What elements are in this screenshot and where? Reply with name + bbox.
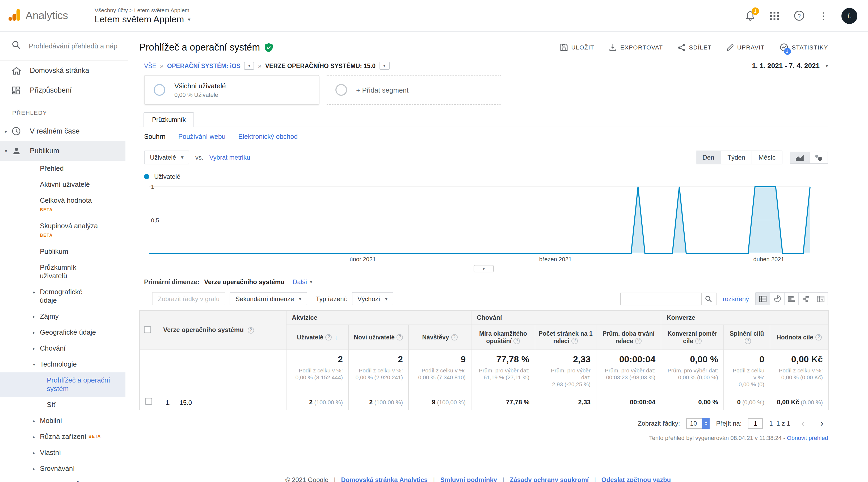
search-input[interactable] bbox=[29, 42, 122, 50]
dimension-column-header[interactable]: Verze operačního systému bbox=[140, 310, 286, 349]
filter-os-link[interactable]: OPERAČNÍ SYSTÉM: iOS bbox=[167, 62, 241, 69]
pivot-view-button[interactable] bbox=[813, 292, 828, 305]
metric-selector[interactable]: Uživatelé bbox=[144, 150, 189, 164]
edit-button[interactable]: UPRAVIT bbox=[726, 44, 765, 51]
column-header-users[interactable]: Uživatelé bbox=[286, 325, 348, 349]
table-view-button[interactable] bbox=[756, 292, 770, 305]
sidebar-item-overview[interactable]: Přehled bbox=[0, 161, 128, 177]
column-header-goal-completions[interactable]: Splnění cílů bbox=[724, 325, 770, 349]
sidebar-item-user-explorer[interactable]: Průzkumník uživatelů bbox=[0, 260, 128, 284]
row-rank: 1. bbox=[165, 399, 171, 406]
filter-all-link[interactable]: VŠE bbox=[144, 62, 156, 69]
column-header-goal-conv-rate[interactable]: Konverzní poměr cíle bbox=[661, 325, 724, 349]
sidebar-item-home[interactable]: Domovská stránka bbox=[0, 61, 128, 80]
granularity-month-button[interactable]: Měsíc bbox=[752, 151, 782, 164]
sidebar-item-customization[interactable]: Přizpůsobení bbox=[0, 80, 128, 100]
sidebar-item-technology[interactable]: Technologie bbox=[0, 357, 128, 372]
sidebar-item-mobile[interactable]: Mobilní bbox=[0, 413, 128, 429]
subtab-ecommerce[interactable]: Elektronický obchod bbox=[238, 133, 298, 140]
more-dimensions-label: Další bbox=[292, 278, 307, 286]
sidebar-item-active-users[interactable]: Aktivní uživatelé bbox=[0, 177, 128, 193]
sidebar-item-geo[interactable]: Geografické údaje bbox=[0, 324, 128, 340]
select-all-checkbox[interactable] bbox=[144, 326, 151, 333]
sidebar-item-label: Prohlížeč a operační systém bbox=[47, 376, 112, 393]
column-header-new-users[interactable]: Noví uživatelé bbox=[348, 325, 408, 349]
performance-view-button[interactable] bbox=[784, 292, 799, 305]
insights-button[interactable]: 1 STATISTIKY bbox=[779, 43, 828, 52]
advanced-search-link[interactable]: rozšířený bbox=[723, 295, 749, 303]
rows-per-page-selector[interactable]: 10 bbox=[686, 418, 710, 429]
column-header-bounce-rate[interactable]: Míra okamžitého opuštění bbox=[471, 325, 535, 349]
sidebar-item-realtime[interactable]: V reálném čase bbox=[0, 121, 128, 141]
share-button[interactable]: SDÍLET bbox=[678, 44, 711, 51]
account-selector[interactable]: Letem světem Applem bbox=[95, 14, 190, 25]
more-options-button[interactable] bbox=[817, 9, 830, 22]
subtab-summary[interactable]: Souhrn bbox=[144, 133, 165, 140]
sidebar-search[interactable] bbox=[0, 32, 128, 61]
motion-chart-type-button[interactable] bbox=[809, 152, 828, 163]
sidebar-item-demographics[interactable]: Demografické údaje bbox=[0, 284, 128, 309]
next-page-button[interactable] bbox=[816, 418, 828, 429]
table-row[interactable]: 1. 15.0 2(100,00 %) 2(100,00 %) 9(100,00… bbox=[140, 394, 828, 410]
segment-circle-icon bbox=[154, 84, 165, 96]
sidebar-item-users-flow[interactable]: Tok uživatelů bbox=[0, 477, 128, 482]
filter-os-version: VERZE OPERAČNÍHO SYSTÉMU: 15.0 bbox=[265, 62, 375, 69]
sidebar-item-audience[interactable]: Publikum bbox=[0, 141, 125, 161]
sidebar-item-browser-os[interactable]: Prohlížeč a operační systém bbox=[0, 372, 125, 397]
plot-rows-button[interactable]: Zobrazit řádky v grafu bbox=[152, 292, 225, 305]
select-metric-link[interactable]: Vybrat metriku bbox=[209, 154, 250, 161]
collapse-chart-button[interactable] bbox=[474, 265, 494, 273]
column-header-avg-duration[interactable]: Prům. doba trvání relace bbox=[596, 325, 661, 349]
sidebar-item-audiences[interactable]: Publikum bbox=[0, 244, 128, 260]
explorer-tab-strip: Průzkumník bbox=[139, 112, 828, 127]
primary-dimension-value[interactable]: Verze operačního systému bbox=[204, 278, 285, 286]
help-button[interactable]: ? bbox=[793, 9, 805, 22]
sidebar-item-network[interactable]: Síť bbox=[0, 397, 128, 413]
top-bar: Analytics Všechny účty > Letem světem Ap… bbox=[0, 0, 868, 32]
crumb-separator: » bbox=[160, 62, 163, 69]
apps-grid-button[interactable] bbox=[768, 9, 781, 22]
segment-all-users[interactable]: Všichni uživatelé 0,00 % Uživatelé bbox=[144, 75, 319, 105]
comparison-view-button[interactable] bbox=[799, 292, 813, 305]
secondary-dimension-button[interactable]: Sekundární dimenze bbox=[229, 292, 307, 305]
refresh-report-link[interactable]: Obnovit přehled bbox=[787, 435, 828, 441]
footer-link-feedback[interactable]: Odeslat zpětnou vazbu bbox=[601, 476, 671, 482]
column-header-sessions[interactable]: Návštěvy bbox=[408, 325, 471, 349]
footer-link-terms[interactable]: Smluvní podmínky bbox=[440, 476, 497, 482]
search-icon bbox=[12, 40, 21, 52]
row-checkbox[interactable] bbox=[145, 398, 152, 405]
notifications-button[interactable]: 1 bbox=[744, 9, 756, 22]
line-chart-type-button[interactable] bbox=[790, 152, 809, 163]
goto-page-input[interactable] bbox=[748, 418, 763, 429]
previous-page-button[interactable] bbox=[797, 418, 809, 429]
granularity-day-button[interactable]: Den bbox=[696, 151, 721, 164]
column-header-goal-value[interactable]: Hodnota cíle bbox=[770, 325, 828, 349]
footer-link-privacy[interactable]: Zásady ochrany soukromí bbox=[510, 476, 589, 482]
sidebar-item-cross-device[interactable]: Různá zařízeníBETA bbox=[0, 429, 128, 445]
table-search-input[interactable] bbox=[620, 292, 701, 305]
subtab-site-usage[interactable]: Používání webu bbox=[178, 133, 226, 140]
sort-type-selector[interactable]: Výchozí bbox=[351, 292, 393, 305]
filter-os-dropdown[interactable] bbox=[244, 62, 254, 70]
sidebar-item-lifetime-value[interactable]: Celková hodnota BETA bbox=[0, 193, 128, 218]
table-search-button[interactable] bbox=[701, 292, 716, 305]
avatar[interactable]: L bbox=[841, 8, 857, 24]
granularity-week-button[interactable]: Týden bbox=[721, 151, 752, 164]
filter-os-version-dropdown[interactable] bbox=[379, 62, 389, 70]
sidebar-item-cohort-analysis[interactable]: Skupinová analýza BETA bbox=[0, 218, 128, 244]
percentage-view-button[interactable] bbox=[770, 292, 784, 305]
date-range-selector[interactable]: 1. 1. 2021 - 7. 4. 2021 bbox=[752, 62, 828, 70]
save-button[interactable]: ULOŽIT bbox=[560, 44, 594, 51]
footer-link-home[interactable]: Domovská stránka Analytics bbox=[341, 476, 428, 482]
tab-explorer[interactable]: Průzkumník bbox=[144, 112, 194, 127]
column-header-pages-per-session[interactable]: Počet stránek na 1 relaci bbox=[535, 325, 596, 349]
analytics-logo[interactable]: Analytics bbox=[7, 8, 87, 24]
export-button[interactable]: EXPORTOVAT bbox=[609, 44, 663, 51]
sidebar-item-behavior[interactable]: Chování bbox=[0, 340, 128, 357]
more-dimensions-button[interactable]: Další bbox=[292, 278, 313, 286]
add-segment-button[interactable]: + Přidat segment bbox=[326, 75, 501, 105]
account-name: Letem světem Applem bbox=[95, 14, 184, 25]
sidebar-item-custom[interactable]: Vlastní bbox=[0, 445, 128, 461]
sidebar-item-benchmarking[interactable]: Srovnávání bbox=[0, 461, 128, 477]
sidebar-item-interests[interactable]: Zájmy bbox=[0, 309, 128, 324]
